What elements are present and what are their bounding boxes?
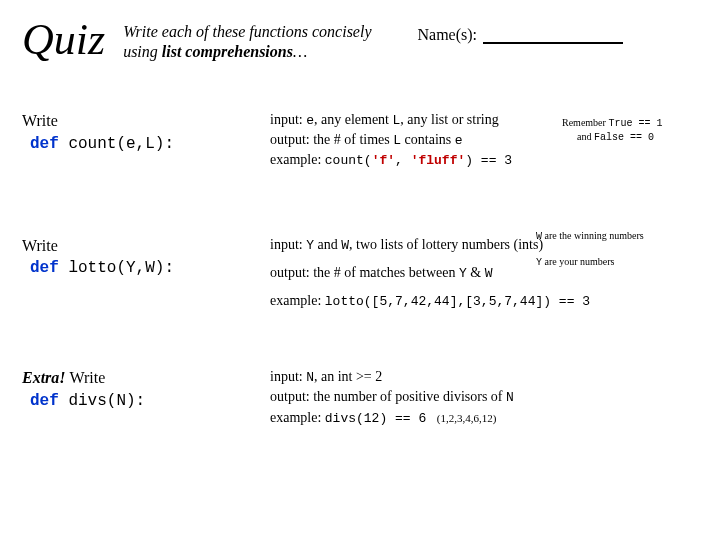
spec-divs: input: N, an int >= 2 output: the number… (270, 367, 698, 428)
input-mid1: , any element (314, 112, 393, 127)
output-N: N (506, 390, 514, 405)
problem-count: Write def count(e,L): input: e, any elem… (22, 110, 698, 171)
input-mid1: and (314, 237, 341, 252)
ex-post: ) == 3 (465, 153, 512, 168)
input-label: input: (270, 369, 306, 384)
note-false: False == 0 (594, 132, 654, 143)
ex-arg2: 'fluff' (411, 153, 466, 168)
instr-line2-pre: using (123, 43, 162, 60)
example-label: example: (270, 410, 325, 425)
input-rest: , an int >= 2 (314, 369, 382, 384)
note-y: Y are your numbers (536, 255, 696, 269)
output-e: e (455, 133, 463, 148)
output-label: output: the # of times (270, 132, 393, 147)
names-label: Name(s): (418, 26, 478, 44)
example-code: divs(12) == 6 (325, 411, 426, 426)
note-w-rest: are the winning numbers (542, 230, 644, 241)
def-keyword: def (30, 259, 68, 277)
extra-label: Extra! (22, 369, 70, 386)
problem-lotto: Write def lotto(Y,W): input: Y and W, tw… (22, 235, 698, 312)
problem-divs: Extra! Write def divs(N): input: N, an i… (22, 367, 698, 428)
def-sig-count: count(e,L): (68, 135, 174, 153)
instr-line2-bold: list comprehensions (162, 43, 293, 60)
input-N: N (306, 370, 314, 385)
output-label: output: the number of positive divisors … (270, 389, 506, 404)
input-label: input: (270, 112, 306, 127)
example-label: example: (270, 152, 325, 167)
def-sig-divs: divs(N): (68, 392, 145, 410)
ex-arg1: 'f' (372, 153, 395, 168)
def-sig-lotto: lotto(Y,W): (68, 259, 174, 277)
note-l1-pre: Remember (562, 117, 608, 128)
quiz-title: Quiz (22, 18, 105, 62)
output-L: L (393, 133, 401, 148)
input-W: W (341, 238, 349, 253)
ex-mid: , (395, 153, 411, 168)
spec-lotto: input: Y and W, two lists of lottery num… (270, 235, 698, 312)
prompt-count: Write def count(e,L): (22, 110, 252, 171)
note-y-rest: are your numbers (542, 256, 614, 267)
write-label: Write (22, 237, 58, 254)
write-label: Write (70, 369, 106, 386)
prompt-divs: Extra! Write def divs(N): (22, 367, 252, 428)
example-label: example: (270, 293, 325, 308)
instructions: Write each of these functions concisely … (123, 22, 371, 62)
input-mid2: , two lists of lottery numbers (ints) (349, 237, 543, 252)
output-label: output: the # of matches between (270, 265, 459, 280)
write-label: Write (22, 112, 58, 129)
output-mid: contains (401, 132, 455, 147)
instr-line2-suf: … (293, 43, 307, 60)
input-label: input: (270, 237, 306, 252)
def-keyword: def (30, 135, 68, 153)
output-mid: & (467, 265, 485, 280)
input-mid2: , any list or string (400, 112, 498, 127)
output-Y: Y (459, 266, 467, 281)
example-code: lotto([5,7,42,44],[3,5,7,44]) == 3 (325, 294, 590, 309)
note-w: W are the winning numbers (536, 229, 696, 243)
prompt-lotto: Write def lotto(Y,W): (22, 235, 252, 312)
note-bool-values: Remember True == 1 and False == 0 (562, 116, 702, 144)
ex-pre: count( (325, 153, 372, 168)
names-blank-line[interactable] (483, 28, 623, 44)
input-e: e (306, 113, 314, 128)
instr-line1: Write each of these functions concisely (123, 23, 371, 40)
input-Y: Y (306, 238, 314, 253)
note-l2-pre: and (577, 131, 594, 142)
output-W: W (485, 266, 493, 281)
example-divisors-list: (1,2,3,4,6,12) (437, 412, 497, 424)
names-field: Name(s): (418, 26, 624, 44)
def-keyword: def (30, 392, 68, 410)
header: Quiz Write each of these functions conci… (22, 18, 698, 62)
note-true: True == 1 (608, 118, 662, 129)
